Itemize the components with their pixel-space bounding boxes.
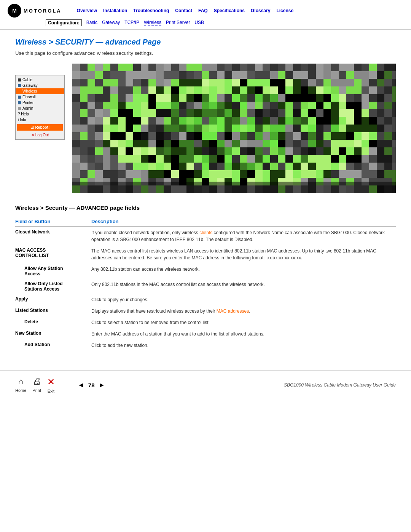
nav-specifications[interactable]: Specifications — [214, 8, 245, 13]
clients-link[interactable]: clients — [199, 230, 212, 235]
mac-addresses-link[interactable]: MAC addresses — [217, 308, 249, 314]
field-closed-network: Closed Network — [15, 227, 91, 246]
sidebar-label-admin: Admin — [22, 106, 33, 110]
admin-dot-icon — [18, 107, 21, 110]
main-content: Wireless > SECURITY — advanced Page Use … — [0, 30, 411, 359]
page-number: 78 — [88, 382, 95, 388]
footer: ⌂ Home 🖨 Print ✕ Exit ◄ 78 ► SBG1000 Wir… — [0, 370, 411, 399]
print-icon: 🖨 — [33, 377, 41, 387]
motorola-logo-icon: M — [8, 4, 21, 18]
sidebar-label-printer: Printer — [22, 101, 33, 105]
sidebar-label-help: ? Help — [18, 112, 29, 116]
reboot-label: Reboot! — [35, 125, 50, 129]
sidebar-menu: Cable Gateway Wireless Firewall Printer … — [15, 75, 65, 140]
exit-label: Exit — [48, 389, 54, 393]
top-nav: Overview Installation Troubleshooting Co… — [77, 8, 294, 13]
sidebar-item-help[interactable]: ? Help — [16, 111, 64, 117]
page-navigation: ◄ 78 ► — [78, 381, 105, 389]
config-printserver[interactable]: Print Server — [166, 20, 190, 26]
logout-label: Log Out — [35, 133, 49, 137]
logo-text: MOTOROLA — [24, 8, 62, 14]
sidebar-item-wireless[interactable]: Wireless — [16, 88, 64, 94]
reboot-checkbox-icon: ☑ — [30, 125, 34, 129]
table-row: Delete Click to select a station to be r… — [15, 317, 396, 328]
desc-delete: Click to select a station to be removed … — [91, 317, 396, 328]
nav-overview[interactable]: Overview — [77, 8, 97, 13]
column-header-desc: Description — [91, 217, 396, 227]
prev-page-button[interactable]: ◄ — [78, 381, 84, 389]
sidebar-label-cable: Cable — [22, 78, 32, 82]
pixel-canvas — [72, 64, 396, 193]
sidebar-item-firewall[interactable]: Firewall — [16, 94, 64, 100]
printer-dot-icon — [18, 101, 21, 104]
fields-table: Field or Button Description Closed Netwo… — [15, 217, 396, 351]
config-links: Basic Gateway TCP/IP Wireless Print Serv… — [86, 20, 204, 26]
field-apply: Apply — [15, 294, 91, 305]
desc-allow-listed: Only 802.11b stations in the MAC access … — [91, 279, 396, 294]
table-row: New Station Enter the MAC address of a s… — [15, 328, 396, 340]
svg-text:M: M — [12, 8, 17, 14]
exit-button[interactable]: ✕ Exit — [47, 377, 55, 393]
config-row: Configuration: Basic Gateway TCP/IP Wire… — [46, 19, 403, 26]
config-label: Configuration: — [46, 19, 82, 26]
sidebar-item-printer[interactable]: Printer — [16, 100, 64, 105]
logout-button[interactable]: ✕ Log Out — [16, 132, 64, 138]
cable-dot-icon — [18, 78, 21, 81]
field-add-station: Add Station — [15, 340, 91, 351]
desc-listed-stations: Displays stations that have restricted w… — [91, 305, 396, 317]
print-button[interactable]: 🖨 Print — [32, 377, 41, 393]
desc-add-station: Click to add the new station. — [91, 340, 396, 351]
wireless-screenshot-image — [72, 64, 396, 193]
reboot-button[interactable]: ☑ Reboot! — [17, 124, 63, 131]
field-delete: Delete — [15, 317, 91, 328]
next-page-button[interactable]: ► — [98, 381, 105, 389]
table-row: Listed Stations Displays stations that h… — [15, 305, 396, 317]
config-tcpip[interactable]: TCP/IP — [124, 20, 139, 26]
table-row: Apply Click to apply your changes. — [15, 294, 396, 305]
nav-contact[interactable]: Contact — [175, 8, 192, 13]
firewall-dot-icon — [18, 96, 21, 99]
desc-allow-any: Any 802.11b station can access the wirel… — [91, 264, 396, 279]
config-basic[interactable]: Basic — [86, 20, 97, 26]
home-button[interactable]: ⌂ Home — [15, 377, 26, 393]
sidebar-item-info[interactable]: i Info — [16, 117, 64, 123]
desc-mac-access: The MAC access control list restricts wi… — [91, 245, 396, 264]
config-usb[interactable]: USB — [194, 20, 204, 26]
field-new-station: New Station — [15, 328, 91, 340]
section-title: Wireless > Security — ADVANCED page fiel… — [15, 204, 396, 211]
screenshot-area: Cable Gateway Wireless Firewall Printer … — [15, 64, 396, 193]
desc-new-station: Enter the MAC address of a station that … — [91, 328, 396, 340]
sidebar-label-wireless: Wireless — [22, 89, 37, 93]
exit-icon: ✕ — [47, 377, 55, 387]
home-label: Home — [15, 388, 26, 393]
sidebar-item-gateway[interactable]: Gateway — [16, 83, 64, 88]
guide-text: SBG1000 Wireless Cable Modem Gateway Use… — [284, 382, 396, 388]
sidebar-item-cable[interactable]: Cable — [16, 77, 64, 83]
page-description: Use this page to configure advanced wire… — [15, 50, 396, 56]
header: M MOTOROLA Overview Installation Trouble… — [0, 0, 411, 30]
field-mac-access: MAC ACCESSCONTROL LIST — [15, 245, 91, 264]
nav-installation[interactable]: Installation — [103, 8, 127, 13]
config-gateway[interactable]: Gateway — [102, 20, 120, 26]
print-label: Print — [32, 388, 41, 393]
field-allow-listed: Allow Only ListedStations Access — [15, 279, 91, 294]
table-row: Closed Network If you enable closed netw… — [15, 227, 396, 246]
logo-area: M MOTOROLA — [8, 4, 62, 18]
nav-faq[interactable]: FAQ — [198, 8, 208, 13]
table-row: Allow Any StationAccess Any 802.11b stat… — [15, 264, 396, 279]
nav-license[interactable]: License — [276, 8, 293, 13]
config-wireless[interactable]: Wireless — [144, 20, 161, 26]
gateway-dot-icon — [18, 84, 21, 87]
table-row: Add Station Click to add the new station… — [15, 340, 396, 351]
nav-glossary[interactable]: Glossary — [251, 8, 270, 13]
table-row: MAC ACCESSCONTROL LIST The MAC access co… — [15, 245, 396, 264]
field-allow-any: Allow Any StationAccess — [15, 264, 91, 279]
table-row: Allow Only ListedStations Access Only 80… — [15, 279, 396, 294]
desc-closed-network: If you enable closed network operation, … — [91, 227, 396, 246]
nav-troubleshooting[interactable]: Troubleshooting — [133, 8, 169, 13]
logout-x-icon: ✕ — [31, 133, 34, 137]
sidebar-label-info: i Info — [18, 118, 26, 122]
sidebar-label-gateway: Gateway — [22, 83, 37, 88]
sidebar-item-admin[interactable]: Admin — [16, 105, 64, 111]
column-header-field: Field or Button — [15, 217, 91, 227]
